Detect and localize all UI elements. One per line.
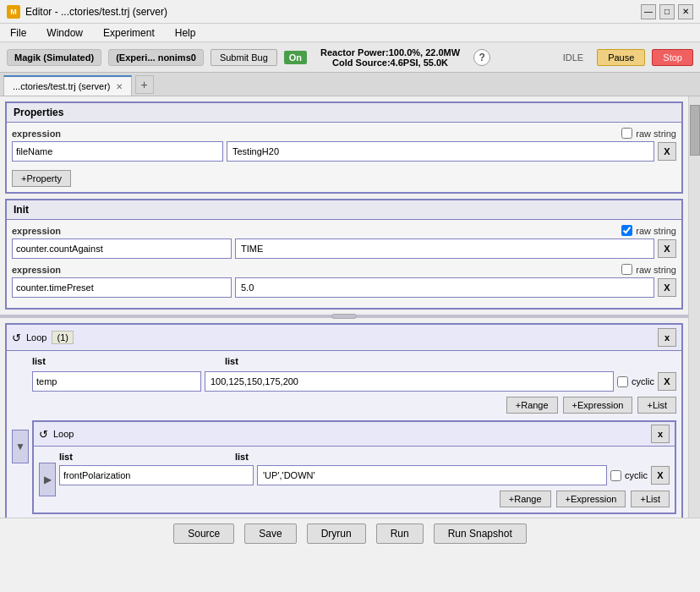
properties-header: Properties (7, 103, 681, 123)
outer-loop-body: ▼ list list temp (7, 351, 681, 518)
menu-window[interactable]: Window (40, 25, 90, 41)
outer-expr-button[interactable]: +Expression (563, 397, 633, 414)
inner-loop-close-button[interactable]: x (651, 425, 670, 443)
outer-loop-list-close[interactable]: X (658, 372, 676, 391)
maximize-button[interactable]: □ (659, 4, 675, 19)
init-section: Init expression raw string counter.count… (5, 199, 683, 310)
menu-bar: File Window Experiment Help (0, 24, 700, 42)
outer-range-button[interactable]: +Range (506, 397, 558, 414)
outer-loop-header: ↺ Loop (1) x (7, 325, 681, 351)
init-header: Init (7, 200, 681, 220)
tab-bar: ...ctories/test.trj (server) ✕ + (0, 73, 700, 96)
help-button[interactable]: ? (473, 49, 490, 66)
menu-experiment[interactable]: Experiment (96, 25, 161, 41)
menu-file[interactable]: File (3, 25, 33, 41)
expr1-select[interactable]: fileName (12, 141, 223, 162)
toolbar: Magik (Simulated) (Experi... nonims0 Sub… (0, 42, 700, 73)
tab-close-icon[interactable]: ✕ (116, 82, 123, 91)
outer-loop-count: (1) (52, 331, 73, 344)
add-tab-button[interactable]: + (135, 75, 154, 94)
outer-loop-icon: ↺ (12, 332, 21, 344)
main-scrollbar[interactable] (688, 96, 700, 518)
properties-expr1: expression raw string fileName X (12, 128, 676, 162)
outer-list-label2: list (225, 356, 238, 366)
stop-button[interactable]: Stop (652, 49, 693, 66)
init-expr1-label: expression (12, 226, 61, 236)
dryrun-button[interactable]: Dryrun (307, 523, 366, 544)
properties-section: Properties expression raw string fileNam… (5, 101, 683, 194)
expr1-raw-string-checkbox[interactable] (621, 128, 632, 139)
run-snapshot-button[interactable]: Run Snapshot (434, 523, 527, 544)
inner-list-button[interactable]: +List (631, 491, 670, 507)
footer: Source Save Dryrun Run Run Snapshot (0, 518, 700, 548)
outer-list-button[interactable]: +List (637, 397, 676, 414)
minimize-button[interactable]: — (641, 4, 656, 19)
inner-loop-var-select[interactable]: frontPolarization (59, 465, 254, 485)
inner-range-button[interactable]: +Range (500, 491, 551, 507)
init-expr2-remove-button[interactable]: X (658, 278, 676, 297)
window-title: Editor - ...ctories/test.trj (server) (25, 6, 167, 18)
inner-list-label2: list (235, 452, 249, 462)
outer-loop-container: ↺ Loop (1) x ▼ list list (5, 323, 683, 518)
inner-expr-button[interactable]: +Expression (556, 491, 626, 507)
init-expr1-select[interactable]: counter.countAgainst (12, 238, 232, 259)
inner-loop-label: Loop (53, 429, 74, 439)
init-expr2-label: expression (12, 265, 61, 275)
add-loop-row: +Loop (32, 514, 676, 518)
expr1-raw-string-label: raw string (636, 129, 676, 139)
menu-help[interactable]: Help (168, 25, 203, 41)
add-property-button[interactable]: +Property (12, 170, 71, 187)
outer-cyclic-checkbox[interactable] (617, 376, 628, 387)
init-expr2: expression raw string counter.timePreset… (12, 264, 676, 298)
magik-badge: Magik (Simulated) (7, 49, 101, 66)
outer-loop-expand-button[interactable]: ▼ (12, 430, 29, 463)
init-expr1-remove-button[interactable]: X (658, 239, 676, 258)
idle-status: IDLE (556, 51, 590, 64)
inner-loop-expand-button[interactable]: ▶ (39, 463, 56, 496)
expr1-remove-button[interactable]: X (658, 142, 676, 161)
outer-list-label1: list (32, 356, 46, 366)
inner-list-label1: list (59, 452, 73, 462)
outer-loop-label: Loop (26, 332, 46, 343)
outer-loop-val-input[interactable] (205, 371, 614, 392)
title-bar: M Editor - ...ctories/test.trj (server) … (0, 0, 700, 24)
tab-active[interactable]: ...ctories/test.trj (server) ✕ (3, 75, 132, 96)
inner-loop-list-close[interactable]: X (651, 466, 670, 485)
outer-loop-var-select[interactable]: temp (32, 371, 201, 392)
inner-loop-val-input[interactable] (257, 465, 607, 485)
init-expr1-value-input[interactable] (235, 238, 654, 259)
init-expr1: expression raw string counter.countAgain… (12, 225, 676, 259)
submit-bug-button[interactable]: Submit Bug (211, 49, 277, 66)
inner-loop-icon: ↺ (39, 428, 48, 441)
run-button[interactable]: Run (376, 523, 424, 544)
inner-loop-container: ↺ Loop x ▶ list (32, 420, 676, 514)
init-expr1-raw-string-label: raw string (636, 226, 676, 236)
inner-cyclic-checkbox[interactable] (610, 470, 621, 481)
init-expr1-raw-string-checkbox[interactable] (621, 225, 632, 236)
inner-loop-header: ↺ Loop x (34, 422, 675, 447)
expr1-value-input[interactable] (227, 141, 654, 162)
app-icon: M (7, 5, 20, 19)
close-button[interactable]: ✕ (678, 4, 693, 19)
experi-badge: (Experi... nonims0 (108, 49, 204, 66)
tab-label: ...ctories/test.trj (server) (13, 81, 111, 91)
init-expr2-value-input[interactable] (235, 277, 654, 298)
init-expr2-raw-string-label: raw string (636, 265, 676, 275)
source-button[interactable]: Source (173, 523, 234, 544)
editor-content: Properties expression raw string fileNam… (0, 96, 688, 518)
scrollbar-thumb[interactable] (690, 105, 700, 156)
outer-cyclic-check: cyclic (617, 376, 654, 387)
power-display: Reactor Power:100.0%, 22.0MW Cold Source… (314, 45, 467, 70)
expr1-label: expression (12, 129, 61, 139)
outer-loop-close-button[interactable]: x (658, 328, 676, 347)
inner-loop-body: ▶ list list frontPolariza (34, 447, 675, 513)
init-expr2-select[interactable]: counter.timePreset (12, 277, 232, 298)
save-button[interactable]: Save (244, 523, 296, 544)
pause-button[interactable]: Pause (597, 49, 645, 66)
inner-cyclic-check: cyclic (610, 470, 648, 481)
on-badge: On (284, 51, 307, 64)
init-expr2-raw-string-checkbox[interactable] (621, 264, 632, 275)
